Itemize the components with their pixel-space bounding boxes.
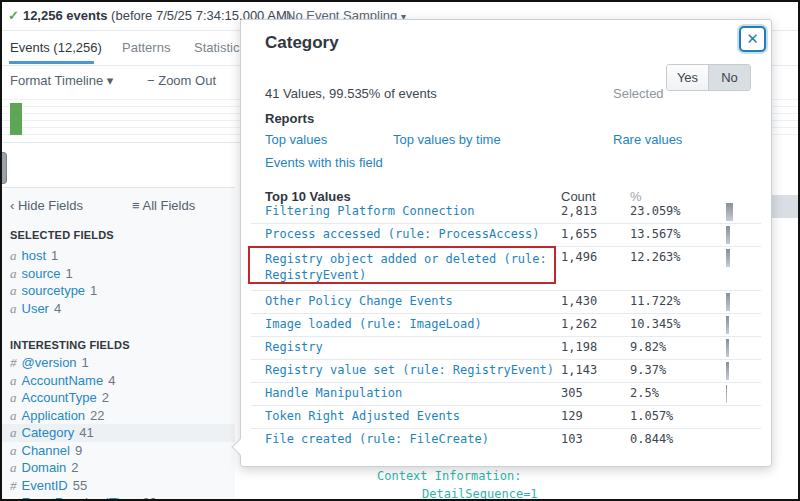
sidebar-field-category[interactable]: aCategory41 [2,424,235,442]
events-table-header-slice [772,195,800,218]
field-name: sourcetype [22,283,86,298]
field-value-link[interactable]: Process accessed (rule: ProcessAccess) [265,223,565,246]
sidebar-field-user[interactable]: aUser4 [2,300,235,318]
selected-no-button[interactable]: No [708,65,750,90]
field-value-link[interactable]: Token Right Adjusted Events [265,405,565,428]
field-value-link[interactable]: File created (rule: FileCreate) [265,428,565,451]
percent-bar [726,362,729,380]
report-link-top-values[interactable]: Top values [265,132,327,147]
table-row: Process accessed (rule: ProcessAccess)1,… [241,223,773,246]
selected-fields-heading: SELECTED FIELDS [10,229,114,241]
selected-toggle-group: Yes No [666,64,751,91]
field-count: 41 [79,425,93,440]
app-window: ✓12,256 events (before 7/5/25 7:34:15.00… [0,0,800,501]
sidebar-field-source[interactable]: asource1 [2,265,235,283]
value-percent: 10.345% [630,313,681,336]
sidebar-field-channel[interactable]: aChannel9 [2,442,235,460]
value-count: 129 [561,405,583,428]
sidebar-field-accounttype[interactable]: aAccountType2 [2,389,235,407]
field-type-icon: a [10,266,17,281]
field-count: 4 [54,301,61,316]
field-type-icon: # [10,355,17,370]
field-value-link[interactable]: Handle Manipulation [265,382,565,405]
field-name: Application [22,408,86,423]
search-complete-check-icon: ✓ [8,8,19,23]
timeline-histogram-bar[interactable] [10,103,22,135]
percent-bar [726,293,730,311]
field-type-icon: a [10,248,17,263]
tab-statistics[interactable]: Statistics [194,40,246,55]
sidebar-field-sourcetype[interactable]: asourcetype1 [2,282,235,300]
all-fields-link[interactable]: ≡ All Fields [132,198,195,213]
report-link-top-values-by-time[interactable]: Top values by time [393,132,501,147]
events-count: 12,256 events [23,8,108,23]
field-count: 1 [66,266,73,281]
value-percent: 13.567% [630,223,681,246]
field-name: Category [22,425,75,440]
event-text-line: DetailSequence=1 [422,487,538,501]
field-type-icon: a [10,373,17,388]
field-value-link[interactable]: Filtering Platform Connection [265,200,565,223]
field-name: AccountType [22,390,97,405]
popup-title: Category [265,33,339,53]
tab-events[interactable]: Events (12,256) [10,40,102,55]
field-value-link[interactable]: Registry [265,336,565,359]
field-name: User [22,301,49,316]
value-count: 1,430 [561,290,597,313]
field-type-icon: a [10,390,17,405]
format-timeline-dropdown[interactable]: Format Timeline ▾ [10,73,113,88]
value-percent: 11.722% [630,290,681,313]
hide-fields-link[interactable]: ‹ Hide Fields [10,198,83,213]
field-value-link[interactable]: Registry object added or deleted (rule: … [265,251,565,283]
field-name: AccountName [22,373,104,388]
table-row: Registry object added or deleted (rule: … [241,246,773,290]
report-link-events-with-this-field[interactable]: Events with this field [265,155,383,170]
value-count: 1,198 [561,336,597,359]
field-type-icon: a [10,425,17,440]
table-row: Filtering Platform Connection2,81323.059… [241,200,773,223]
collapse-panel-handle[interactable] [2,152,7,184]
value-percent: 0.844% [630,428,673,451]
sidebar-field-application[interactable]: aApplication22 [2,407,235,425]
field-value-link[interactable]: Image loaded (rule: ImageLoad) [265,313,565,336]
field-value-link[interactable]: Registry value set (rule: RegistryEvent) [265,359,565,382]
field-coverage-summary: 41 Values, 99.535% of events [265,86,437,101]
field-count: 1 [82,355,89,370]
value-count: 103 [561,428,583,451]
value-count: 1,496 [561,246,597,269]
close-icon[interactable]: ✕ [739,26,766,52]
percent-bar [726,249,730,267]
table-row: Other Policy Change Events1,43011.722% [241,290,773,313]
percent-bar [726,385,727,403]
value-percent: 9.82% [630,336,666,359]
field-value-link[interactable]: Other Policy Change Events [265,290,565,313]
value-percent: 1.057% [630,405,673,428]
interesting-fields-heading: INTERESTING FIELDS [10,339,130,351]
field-count: 2 [102,390,109,405]
report-link-rare-values[interactable]: Rare values [613,132,682,147]
field-count: 1 [51,248,58,263]
fields-sidebar: ‹ Hide Fields ≡ All Fields SELECTED FIEL… [2,187,235,501]
value-percent: 23.059% [630,200,681,223]
sidebar-field-host[interactable]: ahost1 [2,247,235,265]
field-name: Channel [22,443,70,458]
selected-yes-button[interactable]: Yes [667,65,708,90]
sidebar-field-version[interactable]: #@version1 [2,354,235,372]
active-tab-underline [9,61,94,64]
value-percent: 9.37% [630,359,666,382]
field-type-icon: a [10,283,17,298]
raw-event-preview: Context Information: DetailSequence=1 [2,467,798,501]
percent-bar [726,339,729,357]
tab-patterns[interactable]: Patterns [122,40,170,55]
table-row: Registry1,1989.82% [241,336,773,359]
field-type-icon: a [10,408,17,423]
field-count: 1 [90,283,97,298]
table-row: File created (rule: FileCreate)1030.844% [241,428,773,451]
percent-bar [726,203,733,221]
value-count: 1,262 [561,313,597,336]
value-percent: 12.263% [630,246,681,269]
field-name: source [22,266,61,281]
sidebar-field-accountname[interactable]: aAccountName4 [2,372,235,390]
zoom-out-button[interactable]: − Zoom Out [147,73,216,88]
timeline-divider [2,142,240,143]
